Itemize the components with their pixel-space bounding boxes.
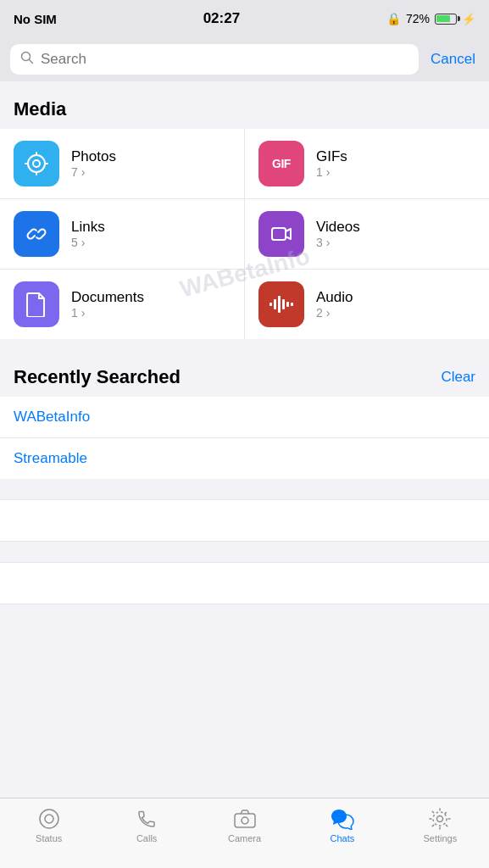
recently-searched-title: Recently Searched bbox=[14, 366, 181, 388]
search-input[interactable] bbox=[41, 51, 408, 68]
media-item-documents[interactable]: Documents 1 › bbox=[0, 270, 245, 339]
media-item-audio[interactable]: Audio 2 › bbox=[245, 270, 489, 339]
svg-point-18 bbox=[242, 817, 248, 824]
recently-searched-header: Recently Searched Clear bbox=[0, 359, 489, 397]
links-label: Links bbox=[71, 219, 105, 236]
gifs-info: GIFs 1 › bbox=[316, 148, 347, 179]
media-item-videos[interactable]: Videos 3 › bbox=[245, 199, 489, 269]
videos-info: Videos 3 › bbox=[316, 219, 360, 249]
lock-icon: 🔒 bbox=[386, 12, 401, 25]
chats-icon bbox=[331, 807, 354, 831]
gifs-icon: GIF bbox=[258, 141, 304, 186]
settings-tab-label: Settings bbox=[423, 833, 457, 843]
videos-icon bbox=[258, 211, 304, 257]
media-item-photos[interactable]: Photos 7 › bbox=[0, 129, 245, 198]
videos-count: 3 › bbox=[316, 236, 360, 249]
time-label: 02:27 bbox=[203, 10, 240, 27]
links-count: 5 › bbox=[71, 236, 105, 249]
recent-search-streamable[interactable]: Streamable bbox=[0, 438, 489, 479]
tab-item-camera[interactable]: Camera bbox=[196, 807, 293, 843]
svg-rect-9 bbox=[270, 303, 272, 306]
svg-rect-10 bbox=[274, 299, 276, 309]
camera-icon bbox=[233, 807, 257, 831]
svg-point-3 bbox=[33, 160, 40, 167]
clear-button[interactable]: Clear bbox=[441, 369, 475, 386]
recently-searched-section: Recently Searched Clear WABetaInfo Strea… bbox=[0, 359, 489, 479]
charging-icon: ⚡ bbox=[462, 13, 475, 25]
svg-point-2 bbox=[28, 155, 45, 172]
recent-search-wabetainfo[interactable]: WABetaInfo bbox=[0, 397, 489, 438]
photos-info: Photos 7 › bbox=[71, 148, 116, 179]
audio-icon bbox=[258, 281, 304, 327]
videos-label: Videos bbox=[316, 219, 360, 236]
links-info: Links 5 › bbox=[71, 219, 105, 249]
documents-label: Documents bbox=[71, 289, 144, 306]
status-right: 🔒 72% ⚡ bbox=[386, 12, 475, 25]
svg-rect-8 bbox=[272, 228, 286, 240]
tab-item-chats[interactable]: Chats bbox=[293, 807, 391, 843]
search-input-wrapper[interactable] bbox=[10, 44, 419, 75]
svg-rect-11 bbox=[278, 296, 281, 313]
tab-item-settings[interactable]: Settings bbox=[392, 807, 489, 843]
gifs-count: 1 › bbox=[316, 165, 347, 179]
status-icon bbox=[37, 807, 61, 831]
media-row-1: Photos 7 › GIF GIFs 1 › bbox=[0, 129, 489, 199]
audio-count: 2 › bbox=[316, 306, 353, 320]
svg-point-15 bbox=[40, 810, 58, 828]
audio-label: Audio bbox=[316, 289, 353, 306]
photos-icon bbox=[14, 141, 59, 186]
status-tab-label: Status bbox=[36, 833, 62, 843]
chats-tab-label: Chats bbox=[331, 833, 355, 843]
search-bar-container: Cancel bbox=[0, 37, 489, 81]
tab-item-status[interactable]: Status bbox=[0, 807, 97, 843]
svg-rect-13 bbox=[286, 302, 289, 307]
audio-info: Audio 2 › bbox=[316, 289, 353, 320]
tab-bar: Status Calls Camera Chats bbox=[0, 798, 489, 868]
cancel-button[interactable]: Cancel bbox=[427, 51, 479, 68]
media-item-gifs[interactable]: GIF GIFs 1 › bbox=[245, 129, 489, 198]
documents-count: 1 › bbox=[71, 306, 144, 320]
svg-line-1 bbox=[30, 60, 33, 64]
empty-section-1 bbox=[0, 499, 489, 542]
tab-item-calls[interactable]: Calls bbox=[97, 807, 195, 843]
svg-rect-12 bbox=[282, 299, 285, 309]
main-content: WABetaInfo Media Photos 7 bbox=[0, 81, 489, 798]
media-row-3: Documents 1 › Audio bbox=[0, 270, 489, 339]
media-grid: Photos 7 › GIF GIFs 1 › bbox=[0, 129, 489, 339]
status-bar: No SIM 02:27 🔒 72% ⚡ bbox=[0, 0, 489, 37]
photos-label: Photos bbox=[71, 148, 116, 165]
battery-icon bbox=[435, 14, 457, 25]
documents-icon bbox=[14, 281, 59, 327]
gifs-label: GIFs bbox=[316, 148, 347, 165]
battery-percent: 72% bbox=[406, 12, 430, 25]
calls-icon bbox=[135, 807, 158, 831]
documents-info: Documents 1 › bbox=[71, 289, 144, 320]
media-row-2: Links 5 › Videos 3 › bbox=[0, 199, 489, 270]
svg-rect-17 bbox=[235, 814, 255, 827]
recently-searched-list: WABetaInfo Streamable bbox=[0, 397, 489, 479]
calls-tab-label: Calls bbox=[136, 833, 157, 843]
search-icon bbox=[20, 51, 34, 68]
links-icon bbox=[14, 211, 59, 257]
media-item-links[interactable]: Links 5 › bbox=[0, 199, 245, 269]
media-section-title: Media bbox=[0, 81, 489, 129]
svg-point-19 bbox=[437, 816, 443, 822]
empty-section-2 bbox=[0, 562, 489, 604]
svg-rect-14 bbox=[291, 303, 293, 306]
photos-count: 7 › bbox=[71, 165, 116, 179]
carrier-label: No SIM bbox=[14, 12, 57, 26]
camera-tab-label: Camera bbox=[228, 833, 261, 843]
svg-point-16 bbox=[45, 815, 53, 823]
settings-icon bbox=[428, 807, 452, 831]
